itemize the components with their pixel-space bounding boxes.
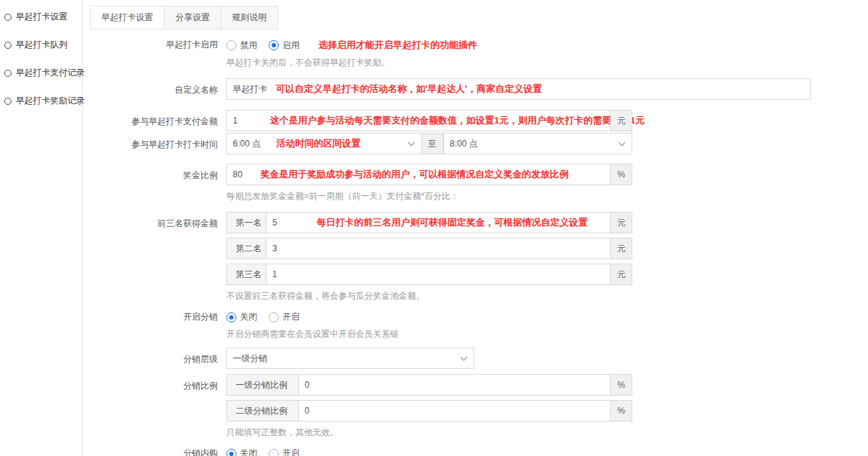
radio-label: 关闭 [240,447,257,456]
sidebar-item-reward-records[interactable]: 早起打卡奖励记录 [0,87,82,115]
sidebar-item-label: 早起打卡队列 [16,39,68,51]
unit-yuan-addon: 元 [611,264,632,285]
input-value: 0 [305,380,310,390]
pay-amount-input[interactable]: 1 这个是用户参与活动每天需要支付的金额数值，如设置1元，则用户每次打卡的需要支… [226,110,611,131]
rank-prefix: 第三名 [226,264,266,285]
sidebar-item-label: 早起打卡设置 [16,11,68,23]
select-value: 6:00 点 [233,138,261,150]
input-value: 80 [233,169,242,180]
circle-icon [4,70,11,77]
ratio-level1-input[interactable]: 0 [298,374,611,396]
row-custom-name: 自定义名称 早起打卡 可以自定义早起打卡的活动名称，如'早起达人'，商家自定义设… [90,78,868,100]
time-end-select[interactable]: 8:00 点 [443,133,632,154]
sidebar-item-checkin-settings[interactable]: 早起打卡设置 [0,3,82,31]
pay-amount-hint: 这个是用户参与活动每天需要支付的金额数值，如设置1元，则用户每次打卡的需要支付1… [270,114,645,127]
ratio-prefix: 一级分销比例 [226,374,298,396]
unit-yuan-addon: 元 [611,238,632,259]
sidebar: 早起打卡设置 早起打卡队列 早起打卡支付记录 早起打卡奖励记录 [0,0,83,456]
time-start-select[interactable]: 6:00 点 活动时间的区间设置 [226,133,422,154]
field-label: 分销内购 [90,447,226,456]
dist-help: 开启分销商需要在会员设置中开启会员关系链 [226,328,868,340]
row-top3-amount: 前三名获得金额 第一名 5 每日打卡的前三名用户则可获得固定奖金，可根据情况自定… [90,212,868,302]
sidebar-item-checkin-queue[interactable]: 早起打卡队列 [0,31,82,59]
field-label: 开启分销 [90,310,226,323]
row-dist-level: 分销层级 一级分销 [90,348,868,369]
radio-icon [226,40,236,50]
unit-yuan-addon: 元 [611,212,632,233]
circle-icon [4,42,11,49]
field-label: 参与早起打卡打卡时间 [90,133,226,151]
app: 早起打卡设置 早起打卡队列 早起打卡支付记录 早起打卡奖励记录 早起打卡设置 分… [0,0,868,456]
field-label: 前三名获得金额 [90,212,226,230]
radio-icon [269,312,279,322]
custom-name-input[interactable]: 早起打卡 可以自定义早起打卡的活动名称，如'早起达人'，商家自定义设置 [226,78,811,100]
tab-bar: 早起打卡设置 分享设置 规则说明 [90,6,868,29]
row-pay-amount: 参与早起打卡支付金额 1 这个是用户参与活动每天需要支付的金额数值，如设置1元，… [90,110,868,131]
enable-help: 早起打卡关闭后，不会获得早起打卡奖励。 [226,57,868,69]
circle-icon [4,98,11,105]
ratio-prefix: 二级分销比例 [226,400,298,422]
rank-prefix: 第二名 [226,238,266,259]
time-hint: 活动时间的区间设置 [277,137,361,150]
sidebar-item-label: 早起打卡支付记录 [16,67,85,79]
custom-name-hint: 可以自定义早起打卡的活动名称，如'早起达人'，商家自定义设置 [276,83,542,96]
dist-level-select[interactable]: 一级分销 [226,348,474,369]
inner-radio-on[interactable]: 开启 [269,447,300,456]
chevron-down-icon [619,139,626,146]
top3-third-input[interactable]: 1 [266,264,611,285]
enable-radio-disable[interactable]: 禁用 [226,39,257,52]
radio-checked-icon [226,312,236,322]
input-value: 早起打卡 [233,83,267,96]
row-enable: 早起打卡启用 禁用 启用 选择启用才能开启早起打卡的功能插件 早起打卡关闭后，不… [90,38,868,69]
select-value: 8:00 点 [450,138,478,150]
bonus-ratio-hint: 奖金是用于奖励成功参与活动的用户，可以根据情况自定义奖金的发放比例 [260,168,568,181]
ratio-level2-input[interactable]: 0 [298,400,611,422]
top3-first-input[interactable]: 5 每日打卡的前三名用户则可获得固定奖金，可根据情况自定义设置 [266,212,611,233]
field-label: 分销层级 [90,348,226,366]
tab-rules[interactable]: 规则说明 [221,6,278,29]
sidebar-item-label: 早起打卡奖励记录 [16,95,85,107]
row-distribution: 开启分销 关闭 开启 开启分销商需要在会员设置中开启会员关系链 [90,310,868,340]
bonus-ratio-input[interactable]: 80 奖金是用于奖励成功参与活动的用户，可以根据情况自定义奖金的发放比例 [226,164,611,185]
radio-label: 开启 [282,447,300,456]
dist-radio-off[interactable]: 关闭 [226,311,257,323]
rank-prefix: 第一名 [226,212,266,233]
top3-help: 不设置前三名获得金额，将会参与瓜分奖金池金额。 [226,290,868,302]
enable-hint: 选择启用才能开启早起打卡的功能插件 [318,39,477,52]
radio-label: 禁用 [240,39,257,52]
inner-radio-off[interactable]: 关闭 [226,447,257,456]
select-value: 一级分销 [233,353,267,365]
ratio-level1-row: 一级分销比例 0 % [226,374,868,396]
row-dist-ratio: 分销比例 一级分销比例 0 % 二级分销比例 0 % 只能填写正整数，其他无效。 [90,374,868,439]
tab-share-settings[interactable]: 分享设置 [164,6,221,29]
top3-first-row: 第一名 5 每日打卡的前三名用户则可获得固定奖金，可根据情况自定义设置 元 [226,212,868,233]
input-value: 1 [272,269,277,279]
input-value: 1 [233,116,238,126]
radio-label: 启用 [282,39,300,52]
radio-checked-icon [269,40,279,50]
row-checkin-time: 参与早起打卡打卡时间 6:00 点 活动时间的区间设置 至 8:00 点 [90,133,868,154]
row-inner-purchase: 分销内购 关闭 开启 [90,447,868,456]
bonus-ratio-help: 每期总发放奖金金额=前一周期（前一天）支付金额*百分比： [226,190,868,203]
top3-second-row: 第二名 3 元 [226,238,868,259]
dist-radio-on[interactable]: 开启 [269,311,300,323]
top3-hint: 每日打卡的前三名用户则可获得固定奖金，可根据情况自定义设置 [317,216,588,229]
unit-yuan-addon: 元 [611,110,632,131]
field-label: 参与早起打卡支付金额 [90,110,226,128]
radio-label: 开启 [282,311,300,323]
unit-percent-addon: % [611,374,632,396]
enable-radio-enable[interactable]: 启用 [269,39,300,52]
top3-second-input[interactable]: 3 [266,238,611,259]
radio-label: 关闭 [240,311,257,323]
tab-checkin-settings[interactable]: 早起打卡设置 [90,6,165,29]
field-label: 早起打卡启用 [90,38,226,51]
top3-third-row: 第三名 1 元 [226,264,868,285]
chevron-down-icon [408,139,415,146]
input-value: 0 [305,406,310,416]
main-content: 早起打卡设置 分享设置 规则说明 早起打卡启用 禁用 启用 选择启用才能开启早起… [83,0,868,456]
ratio-level2-row: 二级分销比例 0 % [226,400,868,422]
radio-icon [269,449,279,456]
sidebar-item-payment-records[interactable]: 早起打卡支付记录 [0,59,82,87]
unit-percent-addon: % [611,164,632,185]
ratio-help: 只能填写正整数，其他无效。 [226,427,868,439]
